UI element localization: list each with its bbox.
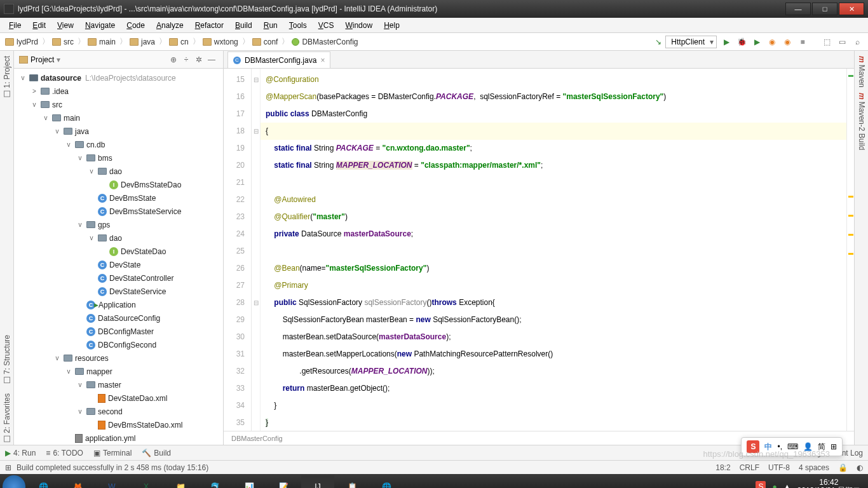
tree-node[interactable]: vmaster (14, 378, 223, 391)
close-button[interactable]: ✕ (839, 3, 864, 15)
project-tree[interactable]: vdatasourceL:\IdeaProjects\datasource>.i… (14, 69, 223, 445)
run-config-dropdown[interactable]: HttpClient (665, 36, 717, 48)
task-notepad[interactable]: 📝 (267, 475, 300, 488)
tree-node[interactable]: >.idea (14, 85, 223, 98)
file-encoding[interactable]: UTF-8 (768, 463, 790, 472)
ime-grid-icon[interactable]: ⊞ (831, 442, 837, 451)
hide-icon[interactable]: — (205, 53, 218, 66)
collapse-icon[interactable]: ÷ (180, 53, 193, 66)
tree-node[interactable]: vbms (14, 151, 223, 165)
breadcrumb-item[interactable]: main〉 (88, 36, 128, 47)
tray-icon[interactable]: ▲ (783, 482, 791, 488)
project-tool-tab[interactable]: 1: Project (3, 53, 11, 100)
task-excel[interactable]: X (130, 475, 163, 488)
breadcrumb-item[interactable]: DBMasterConfig (292, 37, 358, 46)
maximize-button[interactable]: □ (812, 3, 837, 15)
menu-view[interactable]: View (52, 20, 79, 31)
ime-lang[interactable]: 中 (764, 442, 772, 452)
marker-strip[interactable] (846, 69, 854, 431)
ime-simp-icon[interactable]: 简 (818, 442, 825, 452)
tree-node[interactable]: IDevStateDao (14, 245, 223, 258)
inspector-icon[interactable]: ◐ (857, 463, 863, 472)
menu-analyze[interactable]: Analyze (151, 20, 189, 31)
task-intellij[interactable]: IJ (301, 475, 334, 488)
lock-icon[interactable]: 🔒 (838, 463, 848, 472)
tree-node[interactable]: CDevState (14, 258, 223, 271)
tree-node[interactable]: vjava (14, 125, 223, 138)
indent-info[interactable]: 4 spaces (799, 463, 829, 472)
tree-node[interactable]: CDevBmsState (14, 191, 223, 205)
tray-wechat-icon[interactable]: ● (772, 482, 776, 488)
breadcrumb-item[interactable]: wxtong〉 (203, 36, 251, 47)
maven-tool-tab[interactable]: m Maven (857, 53, 866, 90)
menu-help[interactable]: Help (379, 20, 405, 31)
tree-node[interactable]: vcn.db (14, 138, 223, 151)
tree-node[interactable]: vgps (14, 218, 223, 231)
line-separator[interactable]: CRLF (740, 463, 759, 472)
ime-toolbar[interactable]: S 中 •, ⌨ 👤 简 ⊞ (741, 437, 843, 456)
breadcrumb-item[interactable]: cn〉 (169, 36, 201, 47)
breadcrumb-item[interactable]: src〉 (52, 36, 86, 47)
profile-icon[interactable]: ◉ (766, 36, 778, 48)
editor-tab[interactable]: C DBMasterConfig.java × (227, 51, 330, 68)
task-firefox[interactable]: 🦊 (61, 475, 94, 488)
menu-tools[interactable]: Tools (284, 20, 312, 31)
maven2-tool-tab[interactable]: m Maven-2 Build (857, 90, 866, 152)
breadcrumb-item[interactable]: conf〉 (252, 36, 291, 47)
start-button[interactable] (3, 475, 25, 488)
tree-node[interactable]: CDBConfigMaster (14, 325, 223, 338)
tree-node[interactable]: C▶Application (14, 298, 223, 311)
menu-code[interactable]: Code (121, 20, 150, 31)
task-app1[interactable]: 🐬 (198, 475, 231, 488)
tree-node[interactable]: CDevBmsStateService (14, 205, 223, 218)
ime-keyboard-icon[interactable]: ⌨ (787, 442, 798, 451)
tree-node[interactable]: vsecond (14, 405, 223, 418)
ime-punct-icon[interactable]: •, (777, 442, 782, 451)
tree-node[interactable]: CDevStateService (14, 285, 223, 298)
settings-icon[interactable]: ✲ (193, 53, 205, 66)
task-app2[interactable]: 📊 (233, 475, 266, 488)
caret-position[interactable]: 18:2 (715, 463, 730, 472)
task-word[interactable]: W (95, 475, 128, 488)
menu-run[interactable]: Run (259, 20, 283, 31)
locate-icon[interactable]: ⊕ (167, 53, 180, 66)
tree-node[interactable]: CDevStateController (14, 271, 223, 285)
menu-vcs[interactable]: VCS (313, 20, 339, 31)
status-toggle-icon[interactable]: ⊞ (5, 463, 11, 472)
search-icon[interactable]: ⌕ (851, 36, 863, 48)
tree-node[interactable]: DevStateDao.xml (14, 391, 223, 405)
build-tool-tab[interactable]: 🔨Build (142, 449, 171, 458)
tree-node[interactable]: vdao (14, 165, 223, 178)
fold-column[interactable]: ⊟⊟⊟ (252, 69, 261, 431)
git-icon[interactable]: ⬚ (821, 36, 832, 48)
menu-file[interactable]: File (4, 20, 26, 31)
breadcrumb-item[interactable]: lydPrd〉 (5, 36, 51, 47)
menu-window[interactable]: Window (340, 20, 377, 31)
terminal-tool-tab[interactable]: ▣Terminal (93, 449, 132, 458)
task-chrome2[interactable]: 🌐 (370, 475, 403, 488)
structure-tool-tab[interactable]: 7: Structure (3, 332, 11, 386)
tree-node[interactable]: CDBConfigSecond (14, 338, 223, 351)
tree-node[interactable]: application.yml (14, 431, 223, 445)
tree-node[interactable]: vresources (14, 351, 223, 365)
menu-refactor[interactable]: Refactor (190, 20, 229, 31)
menu-navigate[interactable]: Navigate (80, 20, 120, 31)
ime-user-icon[interactable]: 👤 (803, 442, 813, 451)
stop-icon[interactable]: ■ (797, 36, 808, 48)
build-arrow-icon[interactable]: ↘ (655, 37, 661, 46)
run-tool-tab[interactable]: ▶4: Run (5, 449, 36, 458)
attach-icon[interactable]: ◉ (782, 36, 793, 48)
code-editor[interactable]: @Configuration@MapperScan(basePackages =… (261, 69, 846, 431)
run-icon[interactable]: ▶ (721, 36, 732, 48)
tree-node[interactable]: CDataSourceConfig (14, 311, 223, 325)
minimize-button[interactable]: — (785, 3, 811, 15)
breadcrumb-item[interactable]: java〉 (130, 36, 168, 47)
tray-clock[interactable]: 16:42 2019/12/31 星期二 (797, 478, 860, 488)
tree-node[interactable]: vsrc (14, 98, 223, 111)
menu-build[interactable]: Build (230, 20, 257, 31)
favorites-tool-tab[interactable]: 2: Favorites (3, 391, 11, 445)
task-app3[interactable]: 📋 (336, 475, 369, 488)
coverage-icon[interactable]: ▶ (751, 36, 763, 48)
menu-edit[interactable]: Edit (27, 20, 51, 31)
tree-node[interactable]: vdao (14, 231, 223, 245)
